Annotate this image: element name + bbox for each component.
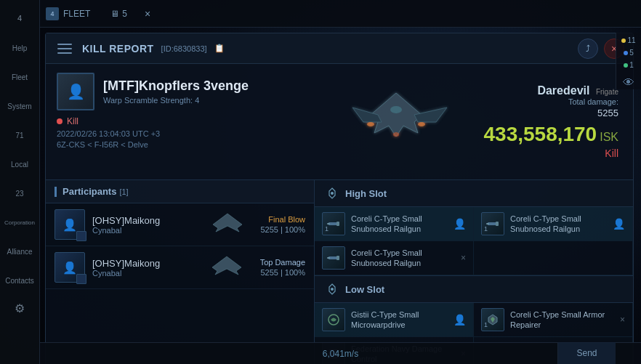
panel-title: KILL REPORT (82, 43, 154, 54)
avatar-placeholder: 👤 (58, 74, 93, 109)
sidebar-item-23[interactable]: 23 (4, 179, 36, 206)
slot-qty-1: 1 (325, 225, 328, 232)
high-slot-item-1[interactable]: 1 Coreli C-Type Small Snubnosed Railgun … (315, 207, 474, 241)
close-slot-3[interactable]: × (461, 253, 466, 263)
participant-name-2: [OHSY]Maikong (92, 258, 195, 269)
svg-point-14 (331, 288, 334, 291)
high-slot-item-4-empty (474, 241, 633, 275)
panel-id: [ID:6830833] (161, 44, 207, 53)
copy-icon[interactable]: 📋 (214, 44, 225, 53)
victim-details: [MTF]Knopflers 3venge Warp Scramble Stre… (103, 78, 249, 105)
eye-button[interactable]: 👁 (623, 76, 634, 89)
slot-qty-2: 1 (484, 225, 488, 232)
count-dot-green (624, 63, 628, 68)
main-panel: KILL REPORT [ID:6830833] 📋 ⤴ × 👤 [MTF]Kn… (45, 33, 634, 364)
ship-mini-svg-2 (203, 253, 251, 282)
sidebar-item-corporation[interactable]: Corporation (4, 209, 36, 235)
victim-avatar: 👤 (57, 73, 94, 110)
sidebar-item-local[interactable]: Local (4, 150, 36, 177)
victim-warp-scramble: Warp Scramble Strength: 4 (103, 96, 249, 105)
participant-damage-1: Final Blow 5255 | 100% (260, 215, 305, 234)
fleet-label: FLEET (63, 9, 90, 19)
sidebar-item-alliance[interactable]: Alliance (4, 238, 36, 264)
sidebar-label-local: Local (11, 161, 28, 169)
high-slot-item-2[interactable]: 1 Coreli C-Type Small Snubnosed Railgun … (474, 207, 633, 241)
participant-item-2[interactable]: 👤 [OHSY]Maikong Cynabal Top Damage (46, 246, 314, 289)
section-bar (55, 187, 57, 197)
damage-label: Total damage: (483, 97, 618, 106)
person-icon-1: 👤 (453, 218, 466, 230)
topbar-close-btn[interactable]: × (139, 5, 156, 23)
low-slot-item-2[interactable]: 1 Coreli C-Type Small Armor Repairer × (474, 303, 633, 337)
isk-label: ISK (600, 131, 618, 144)
slot-icon-3 (322, 246, 345, 270)
svg-rect-9 (496, 222, 499, 226)
sidebar-item-system[interactable]: System (4, 92, 36, 118)
participant-ship-img-1 (202, 209, 253, 240)
low-slot-title: Low Slot (345, 284, 384, 295)
high-slot-svg-icon (326, 187, 339, 200)
topbar-close-icon: × (145, 8, 150, 20)
sidebar-item-contacts[interactable]: Contacts (4, 267, 36, 293)
sidebar-label-71: 71 (15, 132, 23, 139)
high-slot-grid: 1 Coreli C-Type Small Snubnosed Railgun … (315, 207, 633, 275)
high-slot-item-3[interactable]: Coreli C-Type Small Snubnosed Railgun × (315, 241, 474, 275)
sidebar-label-23: 23 (15, 190, 23, 198)
high-slot-title: High Slot (345, 188, 387, 199)
sidebar-label-help: Help (12, 44, 28, 52)
high-slot-header: High Slot (315, 180, 633, 207)
sidebar-fleet-number: 4 (4, 5, 36, 31)
low-slot-item-name-2: Coreli C-Type Small Armor Repairer (510, 310, 614, 331)
damage-type-2: Top Damage (260, 258, 305, 267)
slot-item-name-3: Coreli C-Type Small Snubnosed Railgun (351, 248, 455, 269)
sidebar-label-system: System (7, 102, 31, 110)
low-slot-icon (325, 282, 339, 296)
svg-point-1 (418, 122, 425, 126)
sidebar-item-help[interactable]: Help (4, 34, 36, 60)
monitor-icon: 🖥 (110, 9, 119, 19)
send-label: Send (576, 348, 597, 358)
sidebar-item-71[interactable]: 71 (4, 121, 36, 147)
panel-header: KILL REPORT [ID:6830833] 📋 ⤴ × (46, 33, 633, 64)
sidebar-top: 4 Help Fleet System 71 Local 23 Corporat… (0, 4, 39, 322)
svg-rect-6 (336, 222, 339, 226)
low-slot-svg-icon (326, 283, 339, 296)
damage-numbers-2: 5255 | 100% (260, 268, 305, 277)
ship-mini-svg-1 (204, 210, 251, 239)
participant-item[interactable]: 👤 [OHSY]Maikong Cynabal Final Blow (46, 203, 314, 246)
participant-avatar-1: 👤 (55, 209, 85, 240)
kill-location: 6Z-CKS < F-I56R < Delve (57, 140, 313, 149)
status-text: Kill (67, 116, 78, 126)
right-count-3: 1 (624, 61, 634, 69)
kill-center (323, 64, 469, 179)
participant-name-1: [OHSY]Maikong (92, 215, 195, 226)
corp-badge-1 (76, 231, 86, 241)
svg-rect-12 (336, 256, 339, 260)
menu-button[interactable] (55, 39, 75, 59)
speed-value: 6,041m/s (323, 349, 358, 359)
participants-panel: Participants [1] 👤 [OHSY]Maikong Cynabal (46, 180, 315, 364)
participant-damage-2: Top Damage 5255 | 100% (260, 258, 305, 277)
low-slot-header: Low Slot (315, 276, 633, 303)
status-dot (57, 118, 63, 124)
participant-ship-1: Cynabal (92, 226, 195, 235)
participant-ship-2: Cynabal (92, 269, 195, 278)
external-link-button[interactable]: ⤴ (578, 39, 598, 59)
participants-section: Participants [1] 👤 [OHSY]Maikong Cynabal (46, 180, 633, 364)
right-count-1: 11 (621, 36, 635, 44)
participants-title: Participants (63, 186, 116, 197)
count-dot-blue (624, 51, 628, 55)
sidebar-label-contacts: Contacts (5, 277, 33, 285)
mwd-svg (326, 312, 341, 327)
sidebar-item-settings[interactable]: ⚙ (4, 294, 36, 320)
slots-panel: High Slot 1 (315, 180, 633, 364)
send-button[interactable]: Send (557, 342, 616, 364)
low-slot-item-1[interactable]: Gistii C-Type Small Microwarpdrive 👤 (315, 303, 474, 337)
isk-value: 433,558,170 (483, 124, 597, 145)
hamburger-line-2 (57, 48, 72, 49)
sidebar-item-fleet[interactable]: Fleet (4, 63, 36, 89)
panel-title-group: KILL REPORT [ID:6830833] 📋 (55, 39, 225, 59)
close-low-slot-2[interactable]: × (620, 315, 625, 325)
left-sidebar: 4 Help Fleet System 71 Local 23 Corporat… (0, 0, 40, 364)
participants-count: [1] (119, 187, 128, 196)
